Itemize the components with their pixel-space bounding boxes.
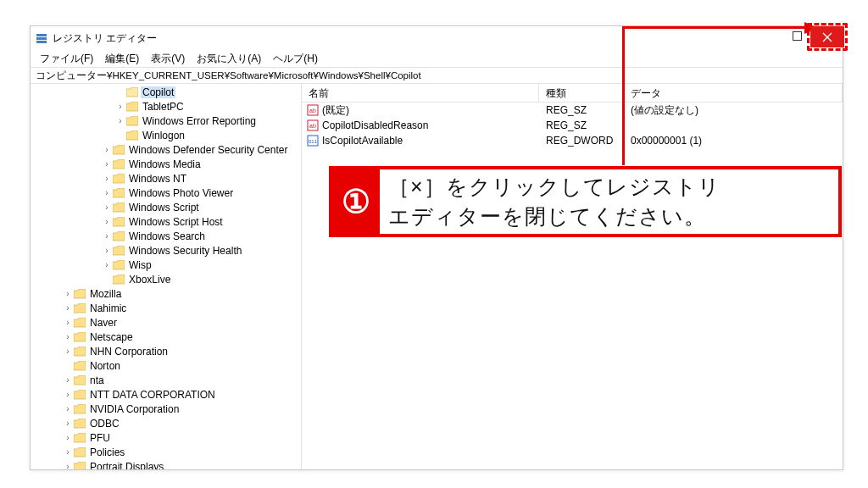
close-button[interactable] bbox=[810, 26, 844, 47]
col-header-data[interactable]: データ bbox=[624, 84, 843, 102]
folder-icon bbox=[113, 188, 125, 198]
tree-node-label: Copilot bbox=[141, 86, 175, 98]
expander-icon[interactable]: › bbox=[63, 303, 73, 313]
value-type: REG_SZ bbox=[539, 119, 624, 131]
menu-view[interactable]: 表示(V) bbox=[145, 51, 191, 67]
tree-node[interactable]: ›Mozilla bbox=[32, 286, 301, 301]
expander-icon[interactable]: › bbox=[102, 174, 112, 183]
tree-node[interactable]: ›nta bbox=[32, 373, 301, 387]
expander-icon[interactable]: › bbox=[102, 159, 112, 169]
tree-node[interactable]: ›Wisp bbox=[32, 258, 301, 272]
expander-icon[interactable]: › bbox=[63, 347, 73, 356]
value-row[interactable]: abCopilotDisabledReasonREG_SZ bbox=[302, 118, 843, 133]
folder-icon bbox=[74, 433, 86, 443]
expander-icon[interactable]: › bbox=[102, 246, 112, 255]
value-row[interactable]: 011IsCopilotAvailableREG_DWORD0x00000001… bbox=[302, 133, 843, 148]
tree-node[interactable]: ›Windows Search bbox=[32, 229, 301, 243]
expander-icon[interactable]: › bbox=[102, 260, 112, 269]
expander-icon[interactable]: › bbox=[115, 102, 125, 111]
tree-node-label: Windows NT bbox=[127, 173, 188, 185]
tree-node[interactable]: ›TabletPC bbox=[32, 99, 301, 114]
col-header-type[interactable]: 種類 bbox=[539, 84, 624, 102]
tree-node[interactable]: ›ODBC bbox=[32, 416, 301, 430]
menu-help[interactable]: ヘルプ(H) bbox=[267, 51, 324, 67]
tree-node[interactable]: ›Naver bbox=[32, 315, 301, 330]
tree-node[interactable]: Copilot bbox=[32, 85, 301, 99]
expander-icon[interactable]: › bbox=[102, 202, 112, 212]
tree-node[interactable]: ›Portrait Displays bbox=[32, 459, 301, 469]
svg-rect-2 bbox=[36, 41, 47, 43]
folder-icon bbox=[113, 231, 125, 241]
value-type-icon: 011 bbox=[307, 135, 319, 147]
tree-node-label: Windows Media bbox=[127, 158, 203, 170]
tree-node-label: NHN Corporation bbox=[88, 346, 170, 358]
folder-icon bbox=[113, 145, 125, 155]
expander-icon[interactable]: › bbox=[63, 332, 73, 341]
tree-node[interactable]: Norton bbox=[32, 358, 301, 373]
expander-icon[interactable]: › bbox=[63, 289, 73, 298]
expander-icon[interactable]: › bbox=[115, 116, 125, 125]
tree-node[interactable]: ›Windows Photo Viewer bbox=[32, 186, 301, 200]
value-data: 0x00000001 (1) bbox=[624, 135, 843, 147]
tree-node-label: XboxLive bbox=[127, 274, 172, 286]
tree-node-label: Windows Photo Viewer bbox=[127, 187, 235, 199]
tree-node-label: TabletPC bbox=[141, 101, 186, 113]
tree-node[interactable]: ›Netscape bbox=[32, 330, 301, 344]
tree-node-label: Policies bbox=[88, 446, 126, 458]
tree-node[interactable]: ›NHN Corporation bbox=[32, 344, 301, 358]
folder-icon bbox=[126, 87, 138, 97]
tree-node[interactable]: ›NTT DATA CORPORATION bbox=[32, 387, 301, 402]
tree-node[interactable]: ›Windows Script bbox=[32, 200, 301, 214]
list-body[interactable]: ab(既定)REG_SZ(値の設定なし)abCopilotDisabledRea… bbox=[302, 103, 843, 469]
col-header-name[interactable]: 名前 bbox=[302, 84, 539, 102]
tree-node[interactable]: ›Policies bbox=[32, 445, 301, 459]
tree-node[interactable]: ›NVIDIA Corporation bbox=[32, 402, 301, 416]
expander-icon[interactable]: › bbox=[63, 419, 73, 428]
tree-node-label: NTT DATA CORPORATION bbox=[88, 389, 217, 401]
maximize-button[interactable] bbox=[789, 28, 804, 43]
address-bar[interactable]: コンピューター¥HKEY_CURRENT_USER¥Software¥Micro… bbox=[31, 67, 843, 84]
tree-node-label: Norton bbox=[88, 360, 122, 372]
expander-icon[interactable]: › bbox=[63, 433, 73, 442]
expander-icon[interactable]: › bbox=[63, 318, 73, 327]
tree-node[interactable]: ›Windows Security Health bbox=[32, 243, 301, 258]
tree-node[interactable]: ›Windows Error Reporting bbox=[32, 114, 301, 128]
expander-icon[interactable]: › bbox=[63, 462, 73, 469]
tree-node[interactable]: ›Windows Script Host bbox=[32, 214, 301, 229]
folder-icon bbox=[113, 174, 125, 184]
expander-icon[interactable]: › bbox=[63, 447, 73, 457]
menu-file[interactable]: ファイル(F) bbox=[34, 51, 99, 67]
expander-icon[interactable]: › bbox=[102, 145, 112, 154]
expander-icon[interactable]: › bbox=[102, 217, 112, 226]
tree-node[interactable]: ›Windows Defender Security Center bbox=[32, 142, 301, 157]
tree-node[interactable]: ›Windows NT bbox=[32, 171, 301, 186]
folder-icon bbox=[113, 217, 125, 227]
tree-node[interactable]: ›Nahimic bbox=[32, 301, 301, 315]
value-type: REG_SZ bbox=[539, 104, 624, 116]
tree-node-label: Windows Search bbox=[127, 230, 207, 242]
folder-icon bbox=[113, 159, 125, 169]
folder-icon bbox=[113, 260, 125, 270]
expander-icon[interactable]: › bbox=[102, 188, 112, 197]
expander-icon[interactable]: › bbox=[63, 375, 73, 385]
tree-node[interactable]: Winlogon bbox=[32, 128, 301, 142]
folder-icon bbox=[126, 116, 138, 126]
tree-node[interactable]: ›Windows Media bbox=[32, 157, 301, 171]
menu-favorites[interactable]: お気に入り(A) bbox=[191, 51, 267, 67]
address-text: コンピューター¥HKEY_CURRENT_USER¥Software¥Micro… bbox=[36, 69, 421, 82]
expander-icon[interactable]: › bbox=[102, 231, 112, 241]
tree-pane[interactable]: Copilot›TabletPC›Windows Error Reporting… bbox=[31, 84, 302, 469]
tree-node[interactable]: XboxLive bbox=[32, 272, 301, 286]
folder-icon bbox=[74, 447, 86, 458]
titlebar: レジストリ エディター bbox=[31, 26, 843, 50]
menu-edit[interactable]: 編集(E) bbox=[99, 51, 145, 67]
value-row[interactable]: ab(既定)REG_SZ(値の設定なし) bbox=[302, 103, 843, 118]
expander-icon[interactable]: › bbox=[63, 390, 73, 399]
tree-node[interactable]: ›PFU bbox=[32, 430, 301, 445]
expander-icon[interactable]: › bbox=[63, 404, 73, 413]
list-header: 名前 種類 データ bbox=[302, 84, 843, 103]
tree-node-label: NVIDIA Corporation bbox=[88, 403, 181, 415]
folder-icon bbox=[113, 202, 125, 213]
tree-node-label: Windows Defender Security Center bbox=[127, 144, 289, 156]
regedit-window: レジストリ エディター ファイル(F) 編集(E) 表示(V) お気に入り(A)… bbox=[30, 25, 843, 470]
